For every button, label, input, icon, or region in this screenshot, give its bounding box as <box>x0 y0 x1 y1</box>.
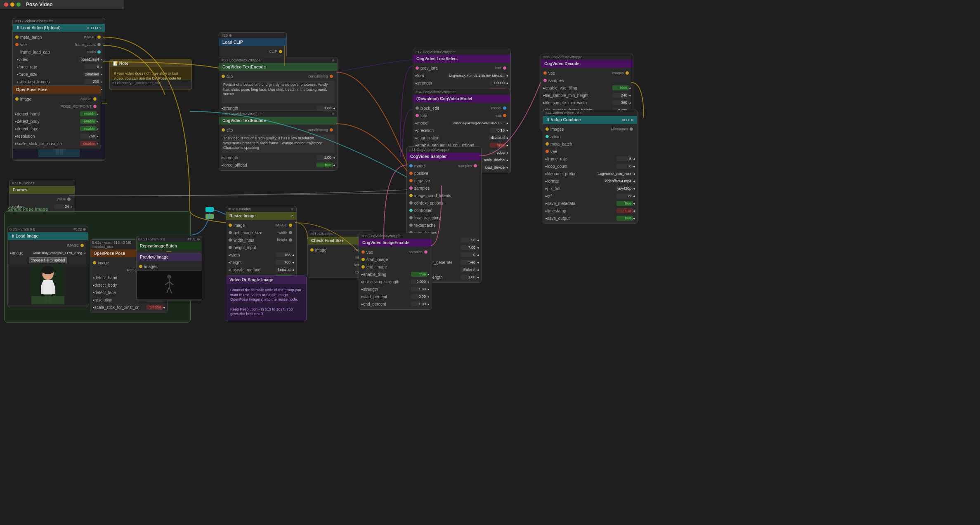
maximize-dot[interactable] <box>17 2 21 7</box>
controlnet-header <box>110 86 191 89</box>
port-images-decode-out <box>626 71 629 75</box>
row-width-val: ▸ width 768 ◂ <box>226 251 296 259</box>
detect-body-val[interactable]: enable <box>80 119 97 124</box>
upscale-method-val[interactable]: lanczos <box>276 267 292 272</box>
row-tora-traj: tora_trajectory <box>407 214 481 221</box>
scale-stick-val[interactable]: disable <box>80 141 97 146</box>
port-image-out <box>97 35 101 39</box>
load-clip-title: Load CLIP <box>222 40 243 45</box>
close-dot[interactable] <box>4 2 8 7</box>
resolution-val[interactable]: 768 <box>80 134 97 139</box>
row-video: ▸ video pose1.mp4 ◂ <box>13 56 105 63</box>
start-percent-val[interactable]: 0.00 <box>411 294 427 299</box>
load-clip-header: Load CLIP <box>219 38 286 46</box>
port-image-in2 <box>93 261 96 264</box>
row-model-select: ▸ model alibaba-pai/CogVideoX-Fun-V1.1..… <box>413 119 510 127</box>
save-metadata-val[interactable]: true <box>616 201 633 206</box>
port-tora-in <box>409 216 413 219</box>
sequential-val[interactable]: false <box>490 143 506 148</box>
video-single-header: Video Or Single Image <box>226 276 306 284</box>
row-choose-file[interactable]: choose file to upload <box>8 257 88 264</box>
row-strength-lora: ▸ strength 1.0000 ◂ <box>413 79 510 87</box>
video-single-body: Connect the formate node of the group yo… <box>226 284 306 321</box>
row-textercache: textercache <box>407 221 481 229</box>
choose-file-btn[interactable]: choose file to upload <box>29 257 67 263</box>
row-vae-vc-in: vae <box>543 148 637 155</box>
model-val[interactable]: alibaba-pai/CogVideoX-Fun-V1.1... <box>452 121 506 125</box>
preview-thumb <box>137 270 202 299</box>
lora-select-title: CogVideo LoraSelect <box>416 57 458 61</box>
port-clip-out <box>279 50 282 53</box>
row-negative-in: negative <box>407 177 481 184</box>
frames-value[interactable]: 24 <box>54 204 71 209</box>
row-quantization: ▸ quantization disabled ◂ <box>413 134 510 141</box>
timestamp-val[interactable]: false <box>616 208 633 213</box>
enable-tiling-val[interactable]: true <box>411 272 427 277</box>
minimize-dot[interactable] <box>10 2 14 7</box>
frame-rate-val[interactable]: 8 <box>616 156 633 161</box>
cogvideo-te2-prompt[interactable]: The video is not of a high quality, it h… <box>222 134 335 153</box>
loop-count-val[interactable]: 0 <box>616 164 633 169</box>
noise-aug-val[interactable]: 0.000 <box>411 279 427 284</box>
port-controlnet-in <box>409 209 413 212</box>
image-file-val[interactable]: RunCandy_example_1175_2.png <box>31 251 84 255</box>
strength2-val[interactable]: 1.00 <box>316 155 333 160</box>
detect-face-val[interactable]: enable <box>80 126 97 131</box>
tile-min-height-val[interactable]: 240 <box>612 93 629 98</box>
connector-cyan-1[interactable] <box>205 207 214 212</box>
frames-header: Frames <box>9 186 75 194</box>
height-val[interactable]: 768 <box>276 260 292 265</box>
force-offload2-val[interactable]: true <box>316 162 333 167</box>
end-percent-val[interactable]: 1.00 <box>411 301 427 306</box>
row-block-edit: block_edit model <box>413 104 510 112</box>
width-val[interactable]: 768 <box>276 252 292 257</box>
row-skip-frames: ▸ skip_first_frames 200 ◂ <box>13 78 105 85</box>
format-val[interactable]: video/h264.mp4 <box>603 179 633 184</box>
force-rate-val[interactable]: 0 <box>84 64 101 69</box>
cfg-val[interactable]: 7.00 <box>460 245 477 250</box>
seed-val[interactable]: 0 <box>460 252 477 257</box>
row-samples-in: samples <box>407 184 481 192</box>
strength1-val[interactable]: 1.00 <box>316 106 333 111</box>
load-video-header[interactable]: ⬆ Load Video (Upload) ⊕ ⊙ ⊗ ? <box>13 24 105 32</box>
svg-point-15 <box>167 275 171 279</box>
skip-frames-val[interactable]: 200 <box>84 79 101 84</box>
port-image-out-pose <box>93 97 97 101</box>
filename-prefix-val[interactable]: CogVideoX_Fun_Pose <box>596 172 633 176</box>
note-title: 📝 Note <box>113 61 128 66</box>
main-device-val[interactable]: main_device <box>482 158 506 162</box>
attention-mode-val[interactable]: sdpa <box>490 150 506 155</box>
pix-fmt-val[interactable]: yuv420p <box>616 186 633 191</box>
connector-green-1[interactable] <box>205 214 214 219</box>
row-tile-sample-min-width: ▸ tile_sample_min_width 360 ◂ <box>541 99 633 106</box>
enable-vae-tiling-val[interactable]: blue <box>612 85 629 90</box>
port-audio-out <box>97 50 101 54</box>
crf-val[interactable]: 19 <box>616 193 633 198</box>
steps-val[interactable]: 50 <box>460 238 477 242</box>
tile-min-width-val[interactable]: 360 <box>612 100 629 105</box>
node-canvas[interactable]: Pose Video <box>0 0 980 525</box>
quantization-val[interactable]: disabled <box>489 135 506 140</box>
detect-hand-val[interactable]: enable <box>80 111 97 116</box>
port-resize-image-in <box>229 224 232 227</box>
port-vae-in <box>15 43 19 46</box>
cogvideo-te2-title: CogVideo TextEncode <box>222 118 266 123</box>
denoise-val[interactable]: 1.00 <box>460 275 477 280</box>
save-output-val[interactable]: true <box>616 216 633 221</box>
strength-lora-val[interactable]: 1.0000 <box>490 80 506 85</box>
strength-ie-val[interactable]: 1.00 <box>411 287 427 292</box>
openpose-node: OpenPose Pose image IMAGE POSE_KEYPOINT … <box>12 85 101 149</box>
precision-val[interactable]: bf16 <box>490 128 506 133</box>
row-format: ▸ format video/h264.mp4 ◂ <box>543 177 637 185</box>
row-value-out: value <box>9 195 75 203</box>
control-after-val[interactable]: fixed <box>460 260 477 265</box>
video-val[interactable]: pose1.mp4 <box>79 57 101 62</box>
resize-header: Resize Image ? <box>226 212 296 220</box>
load-device-val[interactable]: load_device <box>483 165 506 170</box>
cogvideo-te1-prompt[interactable]: Portrait of a beautiful blond girl, dyna… <box>222 81 335 104</box>
force-size-val[interactable]: Disabled <box>83 72 101 77</box>
lora-val[interactable]: CogVideoX-Fun-V1.1-5b-InP-MPS.s... <box>447 73 506 78</box>
decode-title: CogVideo Decode <box>544 61 579 66</box>
scheduler-val[interactable]: Euler A <box>460 267 477 272</box>
video-single-text: Connect the formate node of the group yo… <box>229 286 304 318</box>
